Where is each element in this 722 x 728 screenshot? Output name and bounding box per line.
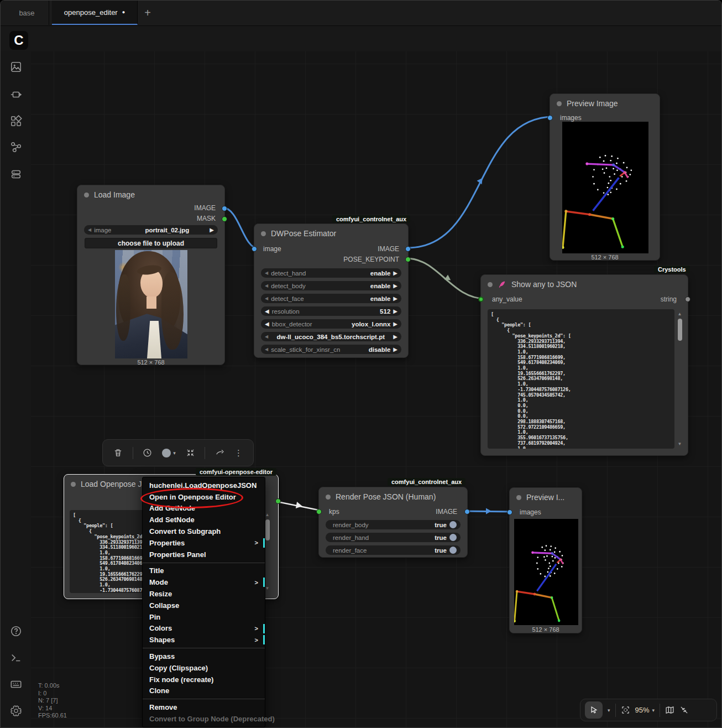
comfyui-logo[interactable]: C (9, 31, 28, 50)
scroll-down-icon[interactable]: ▼ (678, 441, 682, 446)
node-load-image[interactable]: Load Image IMAGE MASK ◀ image portrait_0… (77, 185, 225, 365)
menu-item-resize[interactable]: Resize (143, 588, 265, 600)
output-dot-pose-keypoint[interactable] (405, 257, 411, 262)
nodes-library-icon[interactable] (9, 87, 23, 102)
menu-item-add-setnode[interactable]: Add SetNode (143, 514, 265, 526)
pose-preview-image[interactable] (514, 519, 578, 625)
collapse-dot-icon[interactable] (84, 193, 89, 197)
fit-view-icon[interactable] (621, 705, 630, 715)
menu-item-convert-to-subgraph[interactable]: Convert to Subgraph (143, 526, 265, 537)
collapse-node-icon[interactable] (186, 448, 195, 457)
assets-icon[interactable] (9, 60, 23, 74)
scrollbar-thumb[interactable] (678, 319, 682, 341)
menu-item-title[interactable]: Title (143, 565, 265, 577)
output-dot-string[interactable] (685, 297, 690, 302)
add-tab-button[interactable]: + (140, 5, 155, 20)
shortcuts-icon[interactable] (9, 677, 23, 691)
input-dot-images[interactable] (547, 115, 553, 121)
toggle-knob[interactable] (449, 547, 457, 554)
more-options-icon[interactable]: ⋮ (234, 448, 243, 458)
widget-bbox-detector[interactable]: ◀ bbox_detector yolox_l.onnx ▶ (261, 319, 401, 329)
scroll-up-icon[interactable]: ▲ (265, 512, 270, 517)
select-tool-button[interactable] (585, 701, 603, 719)
widget-scale-stick[interactable]: ◀ scale_stick_for_xinsr_cn disable ▶ (261, 345, 401, 354)
left-sidebar (1, 25, 31, 727)
minimap-icon[interactable] (665, 705, 674, 715)
menu-item-mode[interactable]: Mode > (143, 576, 265, 588)
combo-left-icon[interactable]: ◀ (88, 227, 91, 232)
node-show-any-to-json[interactable]: Show any to JSON any_value string [ { "p… (480, 274, 688, 456)
menu-item-fix-node[interactable]: Fix node (recreate) (143, 674, 265, 685)
toggle-links-icon[interactable] (679, 705, 689, 715)
output-dot-image[interactable] (464, 509, 470, 514)
widget-detect-hand[interactable]: ◀ detect_hand enable ▶ (261, 268, 401, 278)
submenu-arrow-icon: > (255, 579, 258, 586)
collapse-dot-icon[interactable] (557, 101, 562, 106)
menu-item-shapes[interactable]: Shapes > (143, 634, 265, 646)
upload-button[interactable]: choose file to upload (85, 238, 217, 248)
output-dot-mask[interactable] (222, 216, 227, 222)
menu-item-colors[interactable]: Colors > (143, 623, 265, 635)
widget-resolution[interactable]: ◀ resolution 512 ▶ (261, 306, 401, 316)
delete-node-icon[interactable] (113, 448, 123, 457)
settings-gear-icon[interactable] (9, 704, 23, 718)
input-dot-any-value[interactable] (478, 297, 484, 302)
tool-dropdown-chevron-icon[interactable]: ▾ (608, 708, 610, 713)
collapse-dot-icon[interactable] (326, 495, 331, 500)
menu-item-remove[interactable]: Remove (143, 701, 265, 713)
menu-item-clone[interactable]: Clone (143, 685, 265, 697)
queue-icon[interactable] (9, 167, 23, 181)
widget-render-body[interactable]: render_body true (326, 520, 461, 529)
node-title: Load Image (94, 190, 135, 199)
collapse-dot-icon[interactable] (71, 482, 76, 487)
portrait-image-preview[interactable] (115, 250, 187, 358)
toggle-knob[interactable] (449, 521, 457, 528)
scrollbar-thumb[interactable] (265, 519, 270, 540)
input-dot-images[interactable] (507, 509, 512, 515)
node-color-picker[interactable]: ▾ (162, 449, 176, 457)
color-swatch-icon (162, 449, 171, 457)
input-dot-image[interactable] (252, 246, 257, 252)
menu-item-bypass[interactable]: Bypass (143, 651, 265, 662)
json-scrollbar[interactable]: ▲ ▼ (676, 311, 683, 446)
menu-item-properties[interactable]: Properties > (143, 537, 265, 549)
cursor-icon (590, 706, 598, 714)
node-preview-image[interactable]: Preview Image images (550, 93, 660, 261)
node-render-pose-json[interactable]: Render Pose JSON (Human) kps IMAGE rende… (318, 487, 468, 558)
json-output-textarea[interactable]: [ { "people": [ { "pose_keypoints_2d": [… (488, 309, 674, 449)
widget-pose-estimator[interactable]: ◀ dw-ll_ucoco_384_bs5.torchscript.pt ▶ (261, 332, 401, 341)
widget-detect-face[interactable]: ◀ detect_face enable ▶ (261, 294, 401, 303)
widget-render-face[interactable]: render_face true (326, 545, 461, 555)
node-preview-image-2[interactable]: Preview I... images (509, 487, 582, 633)
widget-render-hand[interactable]: render_hand true (326, 533, 461, 542)
output-dot-image[interactable] (405, 246, 411, 252)
widget-detect-body[interactable]: ◀ detect_body enable ▶ (261, 281, 401, 290)
models-icon[interactable] (9, 114, 23, 128)
output-dot-pose-keypoint[interactable] (275, 498, 281, 504)
image-combo-widget[interactable]: ◀ image portrait_02.jpg ▶ (84, 225, 218, 235)
scroll-up-icon[interactable]: ▲ (678, 311, 682, 316)
workflow-tab-bar: base openpose_editer ● + (1, 1, 721, 26)
execute-node-icon[interactable] (143, 448, 152, 457)
redo-icon[interactable] (215, 448, 224, 457)
input-dot-kps[interactable] (316, 509, 322, 514)
menu-item-pin[interactable]: Pin (143, 611, 265, 623)
help-icon[interactable] (9, 624, 23, 638)
collapse-dot-icon[interactable] (261, 231, 266, 236)
menu-item-collapse[interactable]: Collapse (143, 600, 265, 611)
workflows-icon[interactable] (9, 140, 23, 154)
zoom-level-dropdown[interactable]: 95% ▾ (635, 706, 655, 714)
menu-item-properties-panel[interactable]: Properties Panel (143, 549, 265, 560)
tab-base[interactable]: base (5, 1, 49, 25)
menu-item-copy-clipspace[interactable]: Copy (Clipspace) (143, 662, 265, 674)
toggle-knob[interactable] (449, 534, 457, 541)
node-dwpose-estimator[interactable]: DWPose Estimator image IMAGE POSE_KEYPOI… (254, 223, 409, 358)
collapse-dot-icon[interactable] (516, 495, 521, 500)
combo-right-icon[interactable]: ▶ (210, 227, 214, 233)
terminal-icon[interactable] (9, 651, 23, 665)
output-dot-image[interactable] (222, 206, 227, 211)
scroll-down-icon[interactable]: ▼ (265, 586, 270, 591)
collapse-dot-icon[interactable] (488, 282, 493, 287)
pose-preview-image[interactable] (562, 122, 648, 253)
tab-openpose-editer[interactable]: openpose_editer ● (52, 1, 138, 25)
